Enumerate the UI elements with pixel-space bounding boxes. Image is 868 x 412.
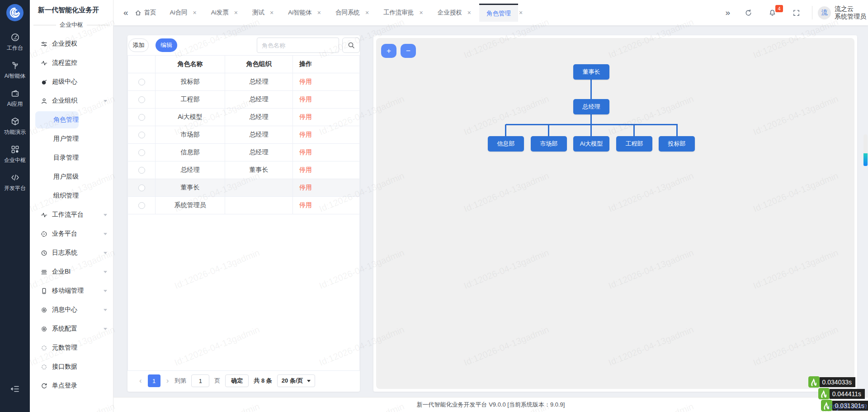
disable-action-link[interactable]: 停用 [299, 78, 312, 86]
rail-item-demo[interactable]: 功能演示 [0, 117, 30, 137]
user-avatar[interactable]: 流 [818, 6, 831, 19]
menu-item-super-center[interactable]: 超级中心 [30, 72, 113, 91]
rail-item-enterprise-hub[interactable]: 企业中枢 [0, 145, 30, 166]
tab-close-icon[interactable]: × [192, 9, 202, 16]
rail-item-ai-agent[interactable]: Ai智能体 [0, 61, 30, 81]
radio-button[interactable] [138, 202, 145, 209]
tabs-scroll-left-icon[interactable]: « [113, 8, 135, 18]
org-node-engineering-dept[interactable]: 工程部 [616, 136, 652, 152]
tab-close-icon[interactable]: × [518, 9, 528, 16]
tabs-scroll-right-icon[interactable]: » [715, 8, 736, 18]
page-number-button[interactable]: 1 [148, 374, 160, 387]
tab-workflow-approval[interactable]: 工作流审批× [377, 9, 429, 17]
tab-ai-invoice[interactable]: Ai发票× [205, 9, 243, 17]
menu-item-mobile-management[interactable]: 移动端管理 [30, 281, 113, 300]
menu-item-user-level[interactable]: 用户层级 [30, 167, 113, 186]
table-row[interactable]: 投标部 总经理 停用 [128, 73, 359, 91]
table-row[interactable]: 工程部 总经理 停用 [128, 91, 359, 109]
org-node-information-dept[interactable]: 信息部 [488, 136, 524, 152]
menu-item-process-monitor[interactable]: 流程监控 [30, 53, 113, 72]
user-role: 系统管理员 [835, 13, 866, 21]
disable-action-link[interactable]: 停用 [299, 184, 312, 192]
next-page-icon[interactable]: › [165, 376, 170, 385]
org-node-general-manager[interactable]: 总经理 [573, 99, 609, 114]
org-node-bidding-dept[interactable]: 投标部 [659, 136, 695, 152]
menu-item-api-data[interactable]: 接口数据 [30, 357, 113, 376]
disable-action-link[interactable]: 停用 [299, 201, 312, 209]
app-logo[interactable] [0, 0, 30, 25]
table-row[interactable]: 市场部 总经理 停用 [128, 126, 359, 144]
tab-role-management-active[interactable]: 角色管理 × [479, 4, 528, 22]
radio-button[interactable] [138, 132, 145, 138]
table-row[interactable]: 系统管理员 停用 [128, 197, 359, 214]
prev-page-icon[interactable]: ‹ [138, 376, 143, 385]
org-node-marketing-dept[interactable]: 市场部 [531, 136, 567, 152]
tab-ai-contract[interactable]: Ai合同× [164, 9, 202, 17]
radio-button[interactable] [138, 149, 145, 156]
scrollbar[interactable] [863, 134, 868, 166]
scrollbar-thumb[interactable] [863, 153, 868, 166]
rail-item-workbench[interactable]: 工作台 [0, 33, 30, 53]
chevron-down-icon [104, 252, 107, 254]
menu-item-sso[interactable]: 单点登录 [30, 376, 113, 395]
fullscreen-icon[interactable] [784, 9, 808, 17]
radio-button[interactable] [138, 114, 145, 121]
tab-test[interactable]: 测试× [246, 9, 279, 17]
menu-item-business-platform[interactable]: 业务平台 [30, 224, 113, 243]
disable-action-link[interactable]: 停用 [299, 148, 312, 156]
zoom-in-button[interactable]: + [381, 44, 396, 58]
notification-bell-icon[interactable]: 4 [760, 9, 784, 17]
radio-button[interactable] [138, 167, 145, 174]
tab-close-icon[interactable]: × [419, 9, 429, 16]
disable-action-link[interactable]: 停用 [299, 113, 312, 121]
table-row[interactable]: 董事长 停用 [128, 179, 359, 197]
tab-enterprise-auth[interactable]: 企业授权× [431, 9, 476, 17]
rail-item-ai-app[interactable]: Ai应用 [0, 89, 30, 109]
menu-item-workflow-platform[interactable]: 工作流平台 [30, 205, 113, 224]
tab-contract-system[interactable]: 合同系统× [329, 9, 374, 17]
table-row[interactable]: Ai大模型 总经理 停用 [128, 109, 359, 126]
collapse-sidebar-icon[interactable] [0, 384, 30, 394]
radio-button[interactable] [138, 79, 145, 85]
tab-close-icon[interactable]: × [364, 9, 374, 16]
search-button[interactable] [342, 38, 360, 53]
add-button[interactable]: 添加 [128, 38, 149, 52]
tab-ai-agent[interactable]: Ai智能体× [282, 9, 326, 17]
menu-item-enterprise-org[interactable]: 企业组织 [30, 91, 113, 110]
refresh-icon[interactable] [736, 9, 760, 17]
menu-item-enterprise-bi[interactable]: 企业BI [30, 262, 113, 281]
zoom-out-button[interactable]: − [401, 44, 416, 58]
org-node-chairman[interactable]: 董事长 [573, 64, 609, 80]
tab-close-icon[interactable]: × [233, 9, 243, 16]
org-node-ai-model[interactable]: Ai大模型 [573, 136, 609, 152]
radio-button[interactable] [138, 185, 145, 191]
menu-item-enterprise-auth[interactable]: 企业授权 [30, 34, 113, 53]
menu-item-meta-management[interactable]: 元数管理 [30, 338, 113, 357]
tab-close-icon[interactable]: × [467, 9, 476, 16]
org-chart-canvas[interactable]: + − 董事长 总经理 信息部 市场部 Ai大模型 工程部 投标部 [376, 38, 854, 389]
menu-item-message-center[interactable]: 消息中心 [30, 300, 113, 319]
menu-nav: 企业授权 流程监控 超级中心 企业组织 角色管理 用户管理 目录管理 用户层级 … [30, 34, 113, 395]
tab-close-icon[interactable]: × [316, 9, 326, 16]
tab-close-icon[interactable]: × [269, 9, 279, 16]
menu-item-user-management[interactable]: 用户管理 [30, 129, 113, 148]
table-row[interactable]: 总经理 董事长 停用 [128, 161, 359, 179]
jump-page-input[interactable] [191, 374, 209, 387]
confirm-button[interactable]: 确定 [225, 374, 249, 387]
menu-item-log-system[interactable]: 日志系统 [30, 243, 113, 262]
user-info[interactable]: 流之云 系统管理员 [835, 5, 866, 21]
page-size-select[interactable]: 20 条/页 [277, 374, 315, 387]
menu-item-org-management[interactable]: 组织管理 [30, 186, 113, 205]
menu-item-catalog-management[interactable]: 目录管理 [30, 148, 113, 167]
disable-action-link[interactable]: 停用 [299, 166, 312, 174]
menu-item-system-config[interactable]: 系统配置 [30, 319, 113, 338]
edit-button[interactable]: 编辑 [156, 38, 177, 52]
table-row[interactable]: 信息部 总经理 停用 [128, 144, 359, 161]
tab-home[interactable]: 首页 [135, 9, 161, 17]
menu-item-role-management[interactable]: 角色管理 [35, 111, 79, 128]
disable-action-link[interactable]: 停用 [299, 95, 312, 104]
rail-item-dev-platform[interactable]: 开发平台 [0, 173, 30, 194]
radio-button[interactable] [138, 96, 145, 103]
role-name-search-input[interactable] [257, 38, 339, 53]
disable-action-link[interactable]: 停用 [299, 131, 312, 139]
